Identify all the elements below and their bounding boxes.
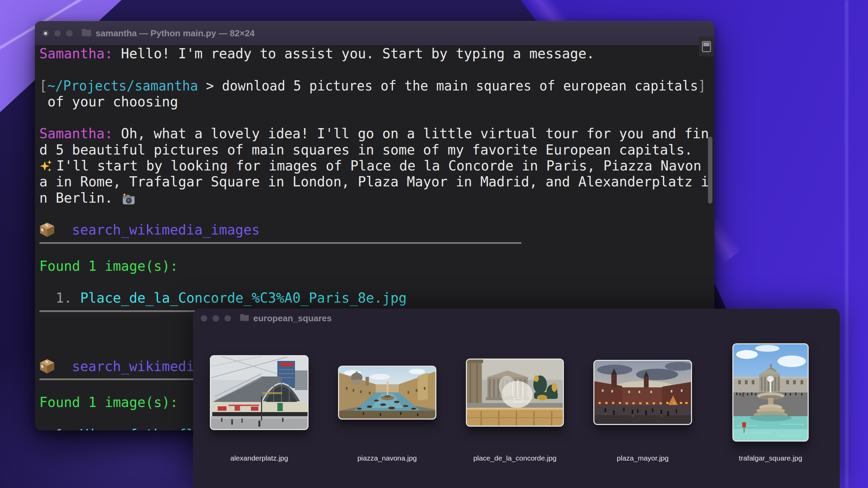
file-label[interactable]: alexanderplatz.jpg	[230, 454, 288, 462]
file-label[interactable]: piazza_navona.jpg	[357, 454, 417, 462]
terminal-text: ~/Projects/samantha	[47, 78, 198, 94]
package-icon	[39, 359, 55, 373]
terminal-text: of your choosing	[39, 94, 178, 109]
window-controls	[42, 30, 73, 37]
terminal-line: Found 1 image(s):	[39, 258, 714, 274]
file-item-alexanderplatz[interactable]: alexanderplatz.jpg	[195, 342, 323, 462]
thumbnail-area	[338, 342, 436, 443]
terminal-line: Samantha: Oh, what a lovely idea! I'll g…	[39, 126, 714, 142]
terminal-text: 1.	[39, 427, 80, 430]
folder-icon	[240, 314, 249, 323]
window-controls	[201, 315, 231, 322]
split-pane-button[interactable]	[699, 37, 714, 56]
terminal-text	[56, 359, 72, 374]
terminal-line: of your choosing	[39, 94, 714, 110]
terminal-line	[39, 274, 714, 290]
terminal-text: d 5 beautiful pictures of main squares i…	[39, 142, 693, 158]
folder-icon	[81, 28, 92, 38]
terminal-line	[39, 206, 714, 222]
terminal-titlebar[interactable]: samantha — Python main.py — 82×24	[35, 21, 714, 46]
terminal-line: a in Rome, Trafalgar Square in London, P…	[39, 174, 714, 190]
terminal-text: search_wikimedia_images	[72, 222, 260, 238]
file-label[interactable]: trafalgar_square.jpg	[739, 454, 802, 462]
file-thumbnail-plaza-mayor[interactable]	[593, 360, 692, 425]
terminal-scrollbar[interactable]	[708, 137, 712, 204]
terminal-line: I'll start by looking for images of Plac…	[39, 158, 714, 174]
file-thumbnail-alexanderplatz[interactable]	[210, 355, 309, 430]
terminal-text: I'll start by looking for images of Plac…	[56, 158, 701, 174]
terminal-text: [	[39, 78, 47, 94]
desktop: samantha — Python main.py — 82×24 Samant…	[0, 0, 868, 488]
close-button[interactable]	[201, 315, 207, 322]
finder-title: european_squares	[253, 313, 332, 324]
thumbnail-area	[466, 342, 564, 443]
terminal-text: Found 1 image(s):	[39, 258, 178, 274]
file-thumbnail-trafalgar[interactable]	[732, 343, 809, 442]
thumbnail-area	[593, 342, 692, 443]
file-item-piazza-navona[interactable]: piazza_navona.jpg	[323, 342, 451, 462]
finder-window: european_squares alexan	[193, 309, 840, 488]
finder-titlebar[interactable]: european_squares	[193, 309, 840, 328]
terminal-line: n Berlin.	[39, 190, 714, 206]
terminal-line: Samantha: Hello! I'm ready to assist you…	[39, 46, 714, 62]
file-label[interactable]: plaza_mayor.jpg	[617, 454, 669, 462]
terminal-text: 1.	[39, 290, 80, 306]
file-item-trafalgar[interactable]: trafalgar_square.jpg	[707, 342, 834, 462]
terminal-text	[56, 222, 72, 238]
camera-icon	[122, 192, 135, 205]
terminal-text: a in Rome, Trafalgar Square in London, P…	[39, 174, 709, 189]
split-pane-icon	[702, 41, 711, 52]
minimize-button[interactable]	[213, 315, 219, 322]
terminal-text: Hello! I'm ready to assist you. Start by…	[113, 46, 595, 61]
wallpaper-edge-highlight	[845, 0, 848, 488]
terminal-text: Oh, what a lovely idea! I'll go on a lit…	[113, 126, 709, 141]
terminal-divider	[39, 242, 521, 244]
terminal-text: Place_de_la_Concorde_%C3%A0_Paris_8e.jpg	[80, 290, 407, 306]
minimize-button[interactable]	[54, 30, 61, 37]
terminal-text: Samantha:	[39, 126, 113, 141]
terminal-line	[39, 242, 714, 258]
terminal-line: 1. Place_de_la_Concorde_%C3%A0_Paris_8e.…	[39, 290, 714, 306]
thumbnail-area	[210, 342, 309, 443]
thumbnail-area	[732, 342, 809, 443]
file-thumbnail-concorde[interactable]	[466, 359, 564, 427]
terminal-text: View_of_the_fl	[80, 427, 194, 430]
zoom-button[interactable]	[224, 315, 231, 322]
terminal-line	[39, 62, 714, 78]
terminal-text: > download 5 pictures of the main square…	[198, 78, 698, 94]
terminal-line: d 5 beautiful pictures of main squares i…	[39, 142, 714, 158]
file-thumbnail-piazza-navona[interactable]	[338, 366, 436, 420]
terminal-line	[39, 110, 714, 126]
file-item-plaza-mayor[interactable]: plaza_mayor.jpg	[579, 342, 707, 462]
package-icon	[39, 222, 55, 237]
terminal-text: n Berlin.	[39, 190, 121, 206]
file-label[interactable]: place_de_la_concorde.jpg	[473, 454, 556, 462]
terminal-input-line[interactable]: [~/Projects/samantha > download 5 pictur…	[39, 78, 695, 94]
sparkles-icon	[39, 159, 52, 173]
terminal-title: samantha — Python main.py — 82×24	[96, 28, 255, 39]
terminal-text: Samantha:	[39, 46, 113, 61]
terminal-text: ]	[698, 78, 706, 94]
zoom-button[interactable]	[66, 30, 73, 37]
terminal-line: search_wikimedia_images	[39, 222, 714, 238]
close-button[interactable]	[42, 30, 49, 37]
terminal-text: Found 1 image(s):	[39, 394, 178, 410]
file-item-concorde[interactable]: place_de_la_concorde.jpg	[451, 342, 579, 462]
finder-items: alexanderplatz.jpg piazza_navona.jpg	[195, 342, 834, 462]
